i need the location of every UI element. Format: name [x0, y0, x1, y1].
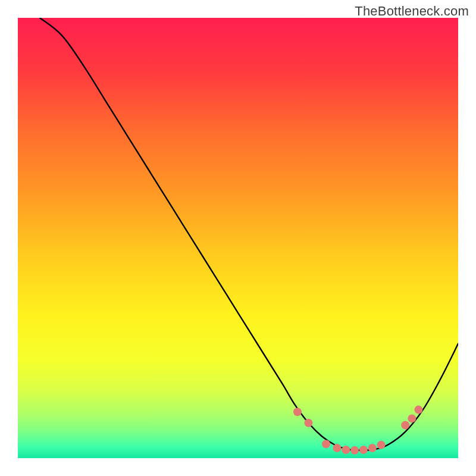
marker-dot: [359, 446, 368, 454]
marker-dot: [333, 444, 342, 452]
marker-dot: [368, 444, 377, 452]
marker-dot: [408, 414, 416, 422]
marker-dot: [401, 421, 409, 430]
marker-dot: [377, 441, 386, 449]
chart-background: [18, 18, 458, 458]
marker-dot: [350, 446, 359, 455]
marker-dot: [322, 440, 330, 448]
marker-dot: [293, 408, 302, 416]
watermark-text: TheBottleneck.com: [355, 4, 469, 19]
marker-dot: [342, 446, 350, 454]
chart-frame: TheBottleneck.com: [0, 0, 476, 476]
chart-svg: [0, 0, 476, 476]
marker-dot: [304, 419, 312, 427]
marker-dot: [414, 406, 422, 414]
